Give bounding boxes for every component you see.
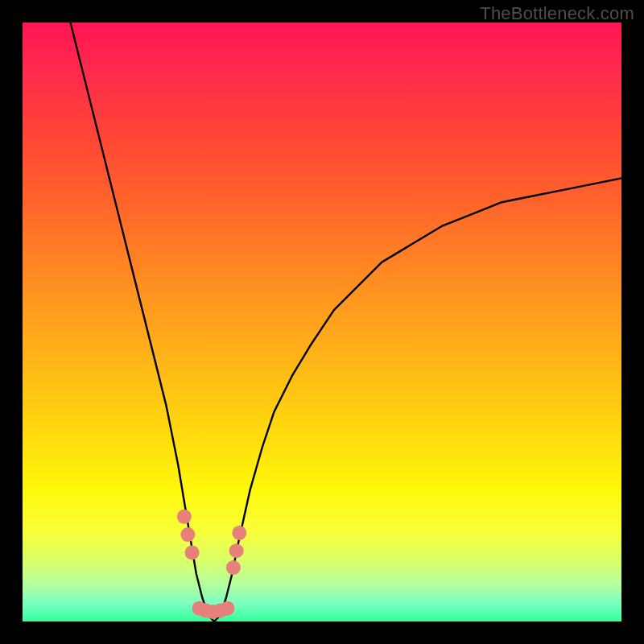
chart-frame: TheBottleneck.com — [0, 0, 644, 644]
curve-layer — [71, 23, 621, 621]
chart-svg — [23, 23, 621, 621]
plot-area — [23, 23, 621, 621]
curve-marker — [220, 601, 234, 616]
curve-marker — [226, 560, 241, 575]
bottleneck-curve — [71, 23, 621, 621]
watermark-text: TheBottleneck.com — [480, 3, 634, 24]
curve-marker — [177, 510, 192, 524]
curve-marker — [232, 526, 246, 540]
curve-marker — [180, 527, 195, 542]
curve-marker — [185, 545, 200, 559]
curve-marker — [229, 543, 244, 558]
